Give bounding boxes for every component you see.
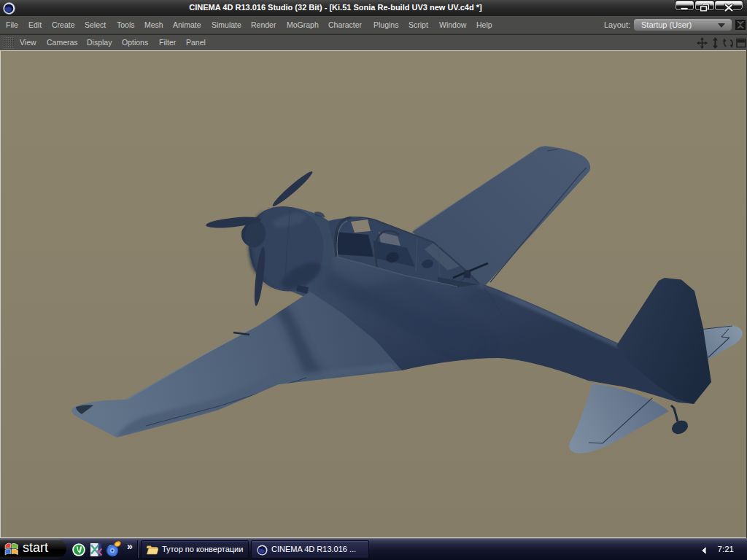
svg-text:»: » [127, 540, 133, 552]
